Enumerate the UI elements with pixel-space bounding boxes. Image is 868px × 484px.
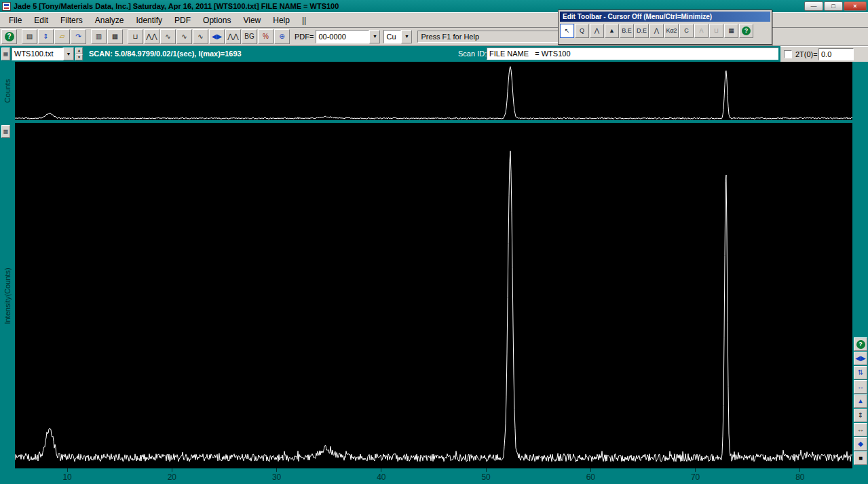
et-ka2-strip-button[interactable]: Kα2	[664, 24, 679, 38]
spin-up-button[interactable]: ▲	[75, 48, 83, 54]
smooth-curve-button[interactable]: ∿	[176, 29, 192, 44]
edit-toolbar-window: Edit Toolbar - Cursor Off (Menu/Ctrl=Min…	[558, 10, 772, 45]
menu-item-edit[interactable]: Edit	[28, 14, 54, 27]
top-chart-y-axis-label: Counts	[3, 79, 12, 103]
two-theta-offset-input[interactable]	[818, 48, 854, 60]
edit-toolbar-body: ↖ Q ⋀ ▲ B.E D.E ⋀ Kα2 C A ⊔ ▦ ?	[560, 22, 770, 38]
et-zoom-button[interactable]: Q	[575, 24, 589, 38]
rt-zoom-y-button[interactable]: ⇅	[854, 366, 867, 379]
rt-help-button[interactable]: ?	[854, 337, 867, 351]
et-data-edit-button[interactable]: D.E	[635, 24, 649, 38]
overview-plot[interactable]	[15, 62, 852, 120]
menu-item-identify[interactable]: Identify	[130, 14, 168, 27]
main-plot-svg	[15, 123, 852, 468]
scan-info-text: SCAN: 5.0/84.9799/0.02/1(sec), I(max)=16…	[89, 46, 242, 62]
xrd-trace	[15, 67, 852, 119]
strip-ka2-button[interactable]: ∿	[160, 29, 176, 44]
rt-expand-y-button[interactable]: ⇕	[854, 409, 867, 422]
rt-expand-x-button[interactable]: ↔	[854, 423, 867, 436]
find-peaks-button[interactable]: ⋀⋀	[225, 29, 241, 44]
fit-profile-button[interactable]: ∿	[193, 29, 208, 44]
et-cursor-button[interactable]: ↖	[560, 24, 574, 38]
et-amorphous-button[interactable]: A	[694, 24, 709, 38]
top-chart-gutter: Counts	[0, 62, 15, 120]
pdf-combo[interactable]: 00-0000 ▼	[316, 30, 380, 43]
menu-bar-grip[interactable]: ||	[296, 14, 312, 27]
menu-item-options[interactable]: Options	[197, 14, 237, 27]
et-peak-edit-button[interactable]: ▲	[605, 24, 619, 38]
et-peak-label-button[interactable]: ⋀	[649, 24, 664, 38]
main-chart-y-axis-label: Intensity(Counts)	[3, 267, 12, 324]
window-title: Jade 5 [Tony/Materials Data, Inc.] Satur…	[14, 2, 339, 10]
right-vertical-toolbar: ? ◀▶ ⇅ ↔ ▲ ⇕ ↔ ◆ ■	[854, 337, 867, 465]
minimize-button[interactable]: —	[804, 1, 823, 11]
anode-combo[interactable]: Cu ▼	[383, 30, 412, 43]
et-calibrate-button[interactable]: C	[679, 24, 694, 38]
dock-handle-icon[interactable]: ▦	[1, 48, 10, 60]
scan-id-label: Scan ID:	[458, 46, 487, 62]
chevron-down-icon[interactable]: ▼	[369, 30, 380, 43]
spin-down-button[interactable]: ▼	[75, 54, 83, 61]
jade5-application-window: Jade 5 [Tony/Materials Data, Inc.] Satur…	[0, 0, 868, 484]
main-chart-gutter: ▦ Intensity(Counts)	[0, 123, 15, 468]
rt-stop-button[interactable]: ■	[854, 451, 867, 465]
fit-background-button[interactable]: BG	[242, 29, 257, 44]
anode-combo-value: Cu	[383, 30, 401, 43]
sort-overlays-button[interactable]: ⇕	[38, 29, 54, 44]
scan-file-combo[interactable]: WTS100.txt ▼	[12, 48, 74, 61]
two-theta-offset-checkbox[interactable]	[784, 50, 792, 58]
edit-toolbar-title-bar[interactable]: Edit Toolbar - Cursor Off (Menu/Ctrl=Min…	[560, 12, 770, 22]
save-button[interactable]: ▦	[107, 29, 123, 44]
pan-axes-button[interactable]: ◀▶	[209, 29, 225, 44]
close-button[interactable]: ×	[844, 1, 867, 11]
menu-item-view[interactable]: View	[237, 14, 267, 27]
et-help-button[interactable]: ?	[739, 24, 753, 38]
report-button[interactable]: ▤	[22, 29, 37, 44]
stack-windows-button[interactable]: ⊔	[128, 29, 143, 44]
scan-id-input[interactable]	[487, 48, 778, 60]
quantify-button[interactable]: %	[258, 29, 273, 44]
chevron-down-icon[interactable]: ▼	[63, 48, 74, 60]
pdf-combo-value: 00-0000	[316, 30, 369, 43]
help-button[interactable]: ?	[1, 29, 17, 44]
rt-zoom-x-button[interactable]: ↔	[854, 380, 867, 394]
scan-bar: ▦ WTS100.txt ▼ ▲ ▼ SCAN: 5.0/84.9799/0.0…	[0, 46, 868, 62]
print-button[interactable]: ▥	[91, 29, 107, 44]
rt-scroll-x-button[interactable]: ◀▶	[854, 352, 867, 365]
dock-handle-icon[interactable]: ▦	[1, 125, 10, 138]
rt-page-up-button[interactable]: ▲	[854, 394, 867, 408]
edit-toolbar-title: Edit Toolbar - Cursor Off (Menu/Ctrl=Min…	[563, 13, 712, 20]
maximize-button[interactable]: □	[824, 1, 843, 11]
et-background-edit-button[interactable]: B.E	[620, 24, 634, 38]
two-theta-offset-panel: 2T(0)=	[780, 46, 868, 62]
et-profile-edit-button[interactable]: ⋀	[590, 24, 604, 38]
overview-plot-svg	[15, 62, 852, 120]
internet-button[interactable]: ⊕	[274, 29, 290, 44]
menu-item-help[interactable]: Help	[267, 14, 296, 27]
scan-spinner: ▲ ▼	[75, 48, 83, 60]
app-icon	[2, 2, 11, 11]
x-axis-strip[interactable]: 10 20 30 40 50 60 70 80	[0, 468, 868, 484]
menu-item-pdf[interactable]: PDF	[168, 14, 197, 27]
overlay-patterns-button[interactable]: ⋀⋀	[144, 29, 159, 44]
et-height-adjust-button[interactable]: ⊔	[709, 24, 723, 38]
x-axis-tick-zone: 10 20 30 40 50 60 70 80	[15, 468, 852, 484]
two-theta-offset-label: 2T(0)=	[795, 47, 818, 62]
open-file-button[interactable]: ▱	[54, 29, 70, 44]
main-plot[interactable]	[15, 123, 852, 468]
menu-item-filters[interactable]: Filters	[54, 14, 89, 27]
menu-item-analyze[interactable]: Analyze	[89, 14, 130, 27]
scan-file-combo-value: WTS100.txt	[12, 48, 63, 60]
replay-button[interactable]: ↷	[71, 29, 86, 44]
pdf-combo-label: PDF=	[295, 33, 314, 41]
xrd-trace	[15, 151, 852, 462]
et-tile-view-button[interactable]: ▦	[724, 24, 738, 38]
menu-item-file[interactable]: File	[3, 14, 28, 27]
rt-auto-scale-button[interactable]: ◆	[854, 437, 867, 451]
chevron-down-icon[interactable]: ▼	[401, 30, 412, 43]
